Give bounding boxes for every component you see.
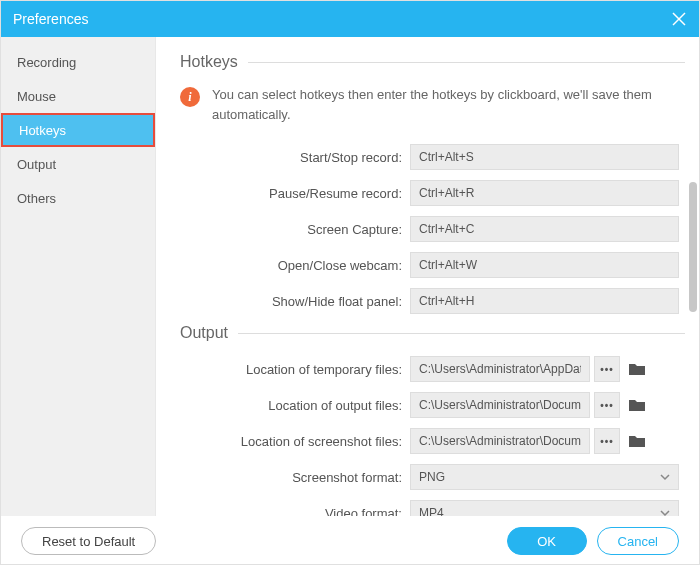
hotkeys-title: Hotkeys	[180, 53, 238, 71]
sidebar: Recording Mouse Hotkeys Output Others	[1, 37, 156, 516]
info-row: i You can select hotkeys then enter the …	[180, 85, 699, 124]
sidebar-item-others[interactable]: Others	[1, 181, 155, 215]
close-icon[interactable]	[671, 11, 687, 27]
info-icon: i	[180, 87, 200, 107]
select-value: PNG	[419, 470, 445, 484]
divider	[248, 62, 685, 63]
main-panel: Hotkeys i You can select hotkeys then en…	[156, 37, 699, 516]
hotkey-input-screen-capture[interactable]	[410, 216, 679, 242]
browse-button[interactable]: •••	[594, 428, 620, 454]
open-folder-button[interactable]	[626, 428, 648, 454]
field-label: Open/Close webcam:	[180, 258, 410, 273]
folder-icon	[629, 362, 645, 376]
field-label: Pause/Resume record:	[180, 186, 410, 201]
hotkey-row-screen-capture: Screen Capture:	[180, 216, 699, 242]
select-row-video-format: Video format: MP4	[180, 500, 699, 516]
select-row-screenshot-format: Screenshot format: PNG	[180, 464, 699, 490]
hotkey-input-float-panel[interactable]	[410, 288, 679, 314]
divider	[238, 333, 685, 334]
field-label: Screen Capture:	[180, 222, 410, 237]
folder-icon	[629, 398, 645, 412]
select-value: MP4	[419, 506, 444, 516]
hotkey-input-webcam[interactable]	[410, 252, 679, 278]
body: Recording Mouse Hotkeys Output Others Ho…	[1, 37, 699, 516]
field-label: Start/Stop record:	[180, 150, 410, 165]
chevron-down-icon	[660, 508, 670, 516]
hotkey-row-start-stop: Start/Stop record:	[180, 144, 699, 170]
hotkey-row-webcam: Open/Close webcam:	[180, 252, 699, 278]
field-label: Show/Hide float panel:	[180, 294, 410, 309]
ok-button[interactable]: OK	[507, 527, 587, 555]
hotkeys-header: Hotkeys	[180, 53, 699, 71]
cancel-button[interactable]: Cancel	[597, 527, 679, 555]
sidebar-item-recording[interactable]: Recording	[1, 45, 155, 79]
path-input-temp[interactable]	[410, 356, 590, 382]
hotkey-input-pause-resume[interactable]	[410, 180, 679, 206]
sidebar-item-output[interactable]: Output	[1, 147, 155, 181]
footer: Reset to Default OK Cancel	[1, 516, 699, 565]
hotkey-input-start-stop[interactable]	[410, 144, 679, 170]
output-title: Output	[180, 324, 228, 342]
output-header: Output	[180, 324, 699, 342]
field-label: Location of output files:	[180, 398, 410, 413]
sidebar-item-mouse[interactable]: Mouse	[1, 79, 155, 113]
path-row-output: Location of output files: •••	[180, 392, 699, 418]
open-folder-button[interactable]	[626, 356, 648, 382]
window-title: Preferences	[13, 11, 88, 27]
chevron-down-icon	[660, 472, 670, 482]
path-input-screenshot[interactable]	[410, 428, 590, 454]
select-screenshot-format[interactable]: PNG	[410, 464, 679, 490]
open-folder-button[interactable]	[626, 392, 648, 418]
select-video-format[interactable]: MP4	[410, 500, 679, 516]
path-row-screenshot: Location of screenshot files: •••	[180, 428, 699, 454]
browse-button[interactable]: •••	[594, 392, 620, 418]
field-label: Location of screenshot files:	[180, 434, 410, 449]
title-bar: Preferences	[1, 1, 699, 37]
reset-button[interactable]: Reset to Default	[21, 527, 156, 555]
hotkey-row-pause-resume: Pause/Resume record:	[180, 180, 699, 206]
hotkey-row-float-panel: Show/Hide float panel:	[180, 288, 699, 314]
scrollbar-thumb[interactable]	[689, 182, 697, 312]
folder-icon	[629, 434, 645, 448]
field-label: Screenshot format:	[180, 470, 410, 485]
field-label: Video format:	[180, 506, 410, 517]
sidebar-item-hotkeys[interactable]: Hotkeys	[1, 113, 155, 147]
path-row-temp: Location of temporary files: •••	[180, 356, 699, 382]
info-text: You can select hotkeys then enter the ho…	[212, 85, 669, 124]
path-input-output[interactable]	[410, 392, 590, 418]
browse-button[interactable]: •••	[594, 356, 620, 382]
field-label: Location of temporary files:	[180, 362, 410, 377]
